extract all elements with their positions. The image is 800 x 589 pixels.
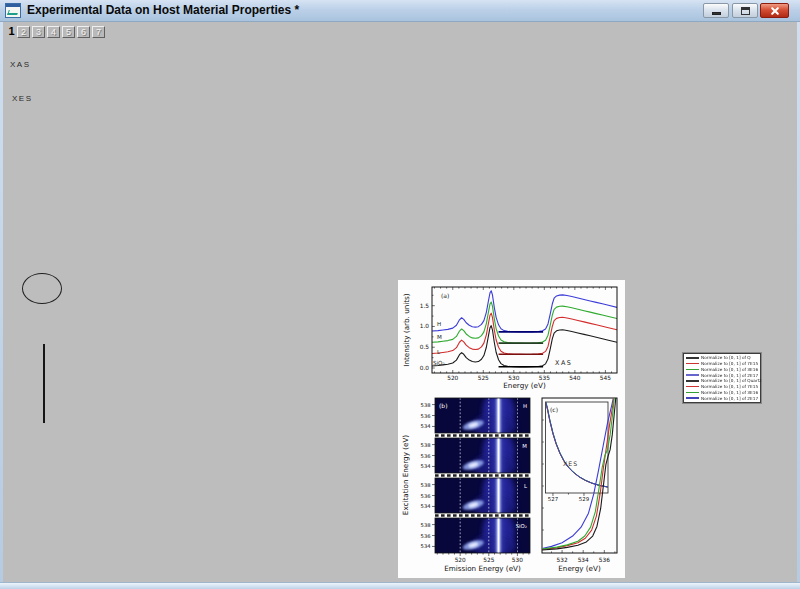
layer-button-1-active[interactable]: 1 [6, 24, 17, 38]
legend-label: Normalize to [0, 1] of 2E17 [701, 396, 758, 401]
svg-text:Emission Energy (eV): Emission Energy (eV) [444, 564, 521, 573]
figure-legend[interactable]: Normalize to [0, 1] of QNormalize to [0,… [683, 353, 761, 403]
legend-label: Normalize to [0, 1] of 7E15 [701, 384, 758, 389]
svg-text:Excitation Energy (eV): Excitation Energy (eV) [401, 435, 410, 515]
svg-text:Intensity (arb. units): Intensity (arb. units) [402, 293, 411, 367]
legend-item: Normalize to [0, 1] of Quartz [686, 378, 758, 383]
svg-text:SiO₂: SiO₂ [516, 523, 527, 529]
legend-label: Normalize to [0, 1] of 3E16 [701, 367, 758, 372]
legend-item: Normalize to [0, 1] of 7E15 [686, 384, 758, 389]
annotation-xas-label[interactable]: XAS [10, 60, 31, 69]
svg-text:534: 534 [578, 557, 589, 563]
maximize-icon [741, 7, 750, 15]
svg-text:536: 536 [421, 533, 431, 539]
svg-text:M: M [522, 443, 527, 449]
close-button[interactable] [760, 3, 789, 18]
svg-text:534: 534 [421, 503, 432, 509]
legend-line-swatch [686, 374, 699, 375]
svg-text:(b): (b) [439, 402, 448, 409]
svg-text:545: 545 [600, 375, 611, 381]
svg-text:525: 525 [478, 375, 489, 381]
legend-line-swatch [686, 386, 699, 387]
svg-text:Energy (eV): Energy (eV) [503, 381, 546, 390]
svg-text:536: 536 [599, 557, 610, 563]
heatmap-subpanel: M [435, 430, 530, 478]
legend-item: Normalize to [0, 1] of 7E15 [686, 361, 758, 366]
spectra-figure[interactable]: 5205255305355405450.00.51.01.5SiO₂LMH(a)… [398, 280, 625, 578]
annotation-xes-label[interactable]: XES [12, 94, 33, 103]
layer-button-5[interactable]: 5 [62, 26, 75, 38]
svg-text:527: 527 [548, 496, 558, 502]
svg-text:L: L [437, 349, 441, 355]
svg-text:Energy (eV): Energy (eV) [558, 564, 601, 573]
svg-text:XAS: XAS [555, 359, 572, 367]
svg-text:538: 538 [421, 442, 431, 448]
svg-text:536: 536 [421, 413, 431, 419]
svg-text:XES: XES [563, 460, 578, 467]
layer-button-6[interactable]: 6 [77, 26, 90, 38]
layer-button-7[interactable]: 7 [92, 26, 105, 38]
legend-line-swatch [686, 397, 699, 398]
application-window: Experimental Data on Host Material Prope… [0, 0, 800, 589]
svg-text:520: 520 [447, 375, 458, 381]
legend-line-swatch [686, 363, 699, 364]
title-bar[interactable]: Experimental Data on Host Material Prope… [0, 0, 800, 22]
legend-label: Normalize to [0, 1] of 7E15 [701, 361, 758, 366]
svg-text:534: 534 [421, 463, 432, 469]
heatmap-subpanel: H(b) [435, 390, 530, 438]
ellipse-annotation[interactable] [22, 273, 62, 304]
legend-line-swatch [686, 369, 699, 370]
svg-text:538: 538 [421, 522, 431, 528]
figure-svg[interactable]: 5205255305355405450.00.51.01.5SiO₂LMH(a)… [398, 280, 625, 578]
panel-c-xes: 532534536Energy (eV)527529(c)XES [542, 394, 617, 573]
window-title: Experimental Data on Host Material Prope… [27, 0, 299, 22]
svg-text:536: 536 [421, 453, 431, 459]
heatmap-subpanel: SiO₂ [435, 510, 530, 558]
heatmap-subpanel: L [435, 470, 530, 518]
svg-text:1.5: 1.5 [420, 303, 430, 309]
legend-item: Normalize to [0, 1] of 2E17 [686, 396, 758, 401]
svg-text:L: L [524, 483, 527, 489]
legend-line-swatch [686, 380, 699, 381]
svg-text:(c): (c) [550, 406, 558, 413]
layer-button-4[interactable]: 4 [47, 26, 60, 38]
svg-text:(a): (a) [441, 292, 449, 299]
svg-text:525: 525 [483, 557, 494, 563]
minimize-button[interactable] [703, 3, 729, 18]
window-border-bottom [0, 582, 800, 589]
svg-text:0.5: 0.5 [420, 344, 430, 350]
panel-c-inset: 527529(c)XES [546, 400, 609, 502]
svg-text:520: 520 [455, 557, 466, 563]
svg-text:536: 536 [421, 493, 431, 499]
legend-item: Normalize to [0, 1] of Q [686, 355, 758, 360]
svg-text:534: 534 [421, 543, 432, 549]
svg-text:M: M [437, 334, 442, 340]
legend-line-swatch [686, 392, 699, 393]
svg-text:530: 530 [512, 557, 523, 563]
svg-text:540: 540 [569, 375, 580, 381]
legend-label: Normalize to [0, 1] of 3E16 [701, 390, 758, 395]
svg-text:532: 532 [557, 557, 568, 563]
svg-text:538: 538 [421, 402, 431, 408]
legend-label: Normalize to [0, 1] of Quartz [701, 379, 762, 384]
panel-a-xas: 5205255305355405450.00.51.01.5SiO₂LMH(a)… [402, 287, 617, 390]
svg-text:H: H [437, 321, 441, 327]
svg-text:0.0: 0.0 [420, 365, 430, 371]
minimize-icon [712, 12, 721, 15]
legend-label: Normalize to [0, 1] of Q [701, 356, 751, 361]
panel-b-rixs-maps: H(b)534536538M534536538L534536538SiO₂534… [401, 390, 530, 573]
legend-line-swatch [686, 357, 699, 358]
svg-text:H: H [523, 403, 527, 409]
maximize-button[interactable] [732, 3, 758, 18]
layer-button-2[interactable]: 2 [17, 26, 30, 38]
legend-label: Normalize to [0, 1] of 2E17 [701, 373, 758, 378]
legend-item: Normalize to [0, 1] of 2E17 [686, 373, 758, 378]
svg-text:1.0: 1.0 [420, 323, 430, 329]
svg-text:529: 529 [579, 496, 590, 502]
graph-window-icon [5, 3, 21, 18]
graph-workspace: 1 2 3 4 5 6 7 XAS XES 520525530535540545… [3, 22, 797, 582]
layer-button-3[interactable]: 3 [32, 26, 45, 38]
legend-item: Normalize to [0, 1] of 3E16 [686, 390, 758, 395]
line-annotation[interactable] [43, 344, 45, 423]
svg-text:SiO₂: SiO₂ [433, 360, 445, 366]
